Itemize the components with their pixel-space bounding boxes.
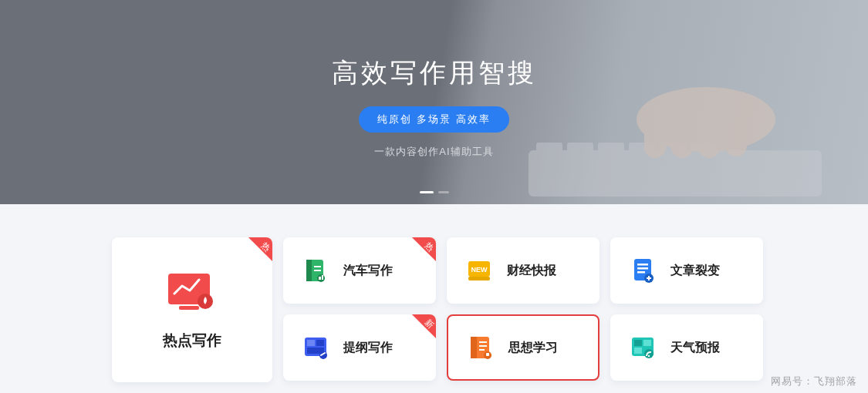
svg-rect-28 [637,271,645,274]
svg-rect-27 [637,267,648,270]
svg-rect-4 [629,143,655,156]
new-tag-icon: NEW [464,255,495,286]
card-label: 思想学习 [508,340,558,356]
svg-rect-11 [725,96,747,156]
document-icon [627,255,658,286]
notebook-icon [465,332,496,363]
card-label: 天气预报 [670,340,720,356]
svg-rect-17 [314,266,321,267]
svg-rect-8 [644,104,666,158]
hero-background-image [529,58,822,196]
svg-rect-39 [479,349,485,351]
card-hot-writing[interactable]: 热 热点写作 [112,237,272,382]
svg-rect-24 [468,277,490,280]
card-汽车写作[interactable]: 热汽车写作 [283,237,436,304]
svg-rect-6 [691,143,717,156]
svg-rect-37 [479,341,487,343]
hero-tagline-pill: 纯原创 多场景 高效率 [359,106,508,133]
svg-rect-38 [479,345,487,347]
svg-rect-26 [637,264,648,266]
svg-rect-2 [567,143,593,156]
chart-icon [164,269,221,314]
svg-rect-0 [529,150,822,196]
svg-point-7 [637,87,775,152]
svg-point-47 [648,355,650,357]
card-label: 汽车写作 [343,263,393,279]
pager-dot-active[interactable] [420,191,434,193]
card-提纲写作[interactable]: 新提纲写作 [283,314,436,381]
card-label: 提纲写作 [343,340,393,356]
card-文章裂变[interactable]: 文章裂变 [610,237,763,304]
card-财经快报[interactable]: NEW财经快报 [447,237,599,304]
badge-hot: 热 [402,237,436,271]
svg-rect-44 [643,340,651,346]
svg-point-46 [644,349,654,358]
watermark: 网易号：飞翔部落 [771,375,857,388]
card-思想学习[interactable]: 思想学习 [447,314,599,381]
svg-rect-31 [307,340,315,346]
svg-rect-1 [536,143,562,156]
hero-banner: 高效写作用智搜 纯原创 多场景 高效率 一款内容创作AI辅助工具 [0,0,868,204]
svg-rect-43 [634,340,642,346]
svg-rect-13 [179,306,199,310]
svg-rect-9 [671,95,693,158]
svg-rect-10 [698,90,720,158]
card-label: 文章裂变 [670,263,720,279]
carousel-pager[interactable] [420,191,449,193]
pager-dot[interactable] [438,191,449,193]
svg-rect-21 [322,275,323,280]
card-label: 财经快报 [507,263,556,279]
svg-rect-41 [486,353,489,356]
hero-subtitle: 一款内容创作AI辅助工具 [374,145,493,159]
category-grid: 热 热点写作 热汽车写作NEW财经快报文章裂变新提纲写作思想学习天气预报 [112,237,763,382]
svg-rect-36 [471,337,477,358]
layout-icon [300,332,331,363]
badge-new: 新 [402,314,436,348]
svg-text:NEW: NEW [471,266,488,274]
svg-rect-45 [634,348,642,354]
svg-rect-3 [598,143,624,156]
book-icon [300,255,331,286]
card-label: 热点写作 [163,331,221,351]
svg-rect-20 [319,277,321,280]
hero-title: 高效写作用智搜 [332,55,537,91]
svg-rect-18 [314,270,321,271]
card-天气预报[interactable]: 天气预报 [610,314,763,381]
svg-rect-16 [306,260,312,281]
badge-hot: 热 [238,237,272,271]
dashboard-icon [627,332,658,363]
svg-rect-32 [316,340,324,346]
svg-rect-5 [660,143,686,156]
